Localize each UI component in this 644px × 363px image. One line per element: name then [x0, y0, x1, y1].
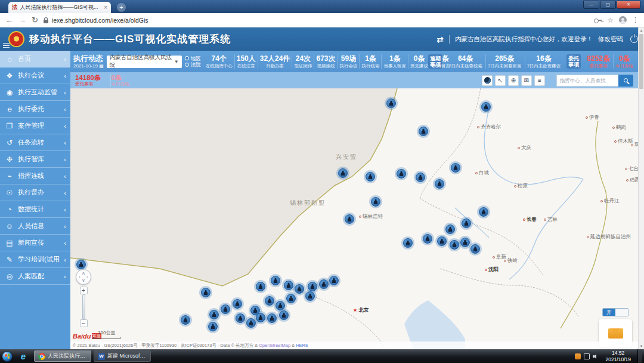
scope-radio-1[interactable]: 法院: [185, 62, 201, 67]
new-tab-button[interactable]: +: [117, 3, 126, 12]
court-marker[interactable]: [369, 195, 382, 208]
court-marker[interactable]: [364, 170, 377, 183]
zoom-slider[interactable]: [82, 294, 85, 319]
court-marker[interactable]: [421, 232, 434, 245]
taskbar-app-word[interactable]: W新建 Microsoft ...: [94, 350, 151, 362]
url-text[interactable]: iexe.shgbitcloud.com/iexe/a/oldGis: [52, 17, 148, 24]
key-icon[interactable]: [594, 18, 602, 23]
message-toggle[interactable]: 开: [602, 308, 628, 316]
tray-app-icon[interactable]: [575, 353, 581, 359]
search-input[interactable]: [556, 75, 618, 87]
court-marker[interactable]: [401, 236, 414, 250]
window-close-button[interactable]: ✕: [617, 1, 640, 9]
back-button[interactable]: ←: [5, 16, 13, 24]
court-marker[interactable]: [336, 167, 349, 180]
sidebar-item-12[interactable]: ✎学习培训(试用)‹: [0, 251, 70, 268]
pan-left-icon[interactable]: ‹: [79, 275, 80, 279]
window-restore-button[interactable]: ▢: [600, 1, 616, 9]
sidebar-item-13[interactable]: ◎人案匹配‹: [0, 268, 70, 285]
layers-button[interactable]: ≡: [534, 75, 545, 86]
court-marker[interactable]: [265, 312, 278, 325]
scope-radio-0[interactable]: 地区: [185, 56, 201, 61]
switch-system-icon[interactable]: ⇄: [436, 35, 444, 44]
map-pan-control[interactable]: ∧ ∨ ‹ ›: [76, 269, 91, 285]
calendar-icon[interactable]: ▦: [99, 63, 104, 69]
court-marker[interactable]: [219, 303, 232, 316]
court-marker[interactable]: [208, 308, 221, 321]
court-marker[interactable]: [179, 313, 192, 327]
court-marker[interactable]: [417, 125, 430, 138]
court-marker[interactable]: [304, 290, 317, 303]
internet-explorer-icon[interactable]: e: [15, 351, 32, 361]
pan-down-icon[interactable]: ∨: [82, 278, 85, 283]
sidebar-item-3[interactable]: ℮执行委托‹: [0, 101, 70, 118]
tray-network-icon[interactable]: [584, 353, 590, 359]
taskbar-app-chrome[interactable]: 人民法院执行指...: [34, 350, 91, 362]
court-marker[interactable]: [269, 274, 282, 287]
pan-right-icon[interactable]: ›: [86, 275, 88, 279]
browser-menu-icon[interactable]: ⋮: [632, 16, 639, 24]
hamburger-icon[interactable]: [3, 42, 10, 50]
court-marker[interactable]: [317, 278, 330, 291]
earth-button[interactable]: ⊕: [508, 75, 519, 86]
court-marker[interactable]: [231, 297, 244, 310]
date-picker[interactable]: 2021-10-19 ▦: [73, 63, 104, 69]
court-marker[interactable]: [385, 97, 398, 110]
tab-close-icon[interactable]: ×: [104, 4, 107, 11]
court-marker[interactable]: [199, 286, 212, 299]
reload-button[interactable]: ↻: [32, 16, 38, 24]
dark-globe-button[interactable]: [482, 75, 493, 86]
court-marker[interactable]: [435, 235, 448, 248]
court-marker[interactable]: [395, 167, 408, 180]
tray-volume-icon[interactable]: [593, 353, 599, 359]
sidebar-item-6[interactable]: ❉执行智库‹: [0, 151, 70, 168]
sidebar-item-0[interactable]: ⌂首页›: [0, 51, 70, 67]
here-link[interactable]: HERE: [296, 343, 308, 348]
court-marker[interactable]: [469, 242, 482, 256]
start-button[interactable]: [2, 351, 13, 362]
browser-tab[interactable]: 法 人民法院执行指挥——GIS可视... ×: [8, 2, 111, 13]
sidebar-item-7[interactable]: ⌁指挥连线‹: [0, 168, 70, 184]
sidebar-item-9[interactable]: ◔数据统计‹: [0, 201, 70, 218]
search-button[interactable]: [618, 75, 633, 87]
change-password-link[interactable]: 修改密码: [598, 35, 623, 44]
court-marker[interactable]: [343, 213, 356, 226]
court-marker[interactable]: [277, 309, 290, 322]
sidebar-item-1[interactable]: ❖执行会议‹: [0, 67, 70, 84]
pan-up-icon[interactable]: ∧: [82, 271, 85, 276]
page-scrollbar[interactable]: ▲ ▼: [638, 27, 644, 349]
court-marker[interactable]: [206, 320, 219, 333]
zoom-in-button[interactable]: +: [80, 287, 88, 294]
court-marker[interactable]: [449, 161, 462, 174]
sidebar-item-4[interactable]: ❐案件管理‹: [0, 118, 70, 134]
court-marker[interactable]: [433, 177, 446, 190]
court-marker[interactable]: [414, 171, 427, 184]
bookmark-star-icon[interactable]: ☆: [607, 16, 614, 24]
select-tool-button[interactable]: ↖: [495, 75, 506, 86]
court-marker[interactable]: [479, 100, 493, 113]
court-marker[interactable]: [460, 217, 473, 230]
court-select-dropdown[interactable]: 内蒙古自治区高级人民法院 ▼: [107, 56, 182, 68]
scroll-up-arrow[interactable]: ▲: [639, 27, 644, 33]
sidebar-item-11[interactable]: ▤新闻宣传‹: [0, 235, 70, 251]
sidebar-item-5[interactable]: ↺任务流转‹: [0, 134, 70, 151]
show-desktop-button[interactable]: [637, 349, 642, 363]
sidebar-item-2[interactable]: ◉执行互动监管‹: [0, 84, 70, 101]
browser-profile-avatar[interactable]: [619, 16, 627, 24]
scrollbar-thumb[interactable]: [639, 34, 643, 89]
map-canvas[interactable]: 兴安盟锡林郭勒盟 齐齐哈尔伊春鹤岗佳木斯双鸭山大庆七台河鸡西白城松原牡丹江长春吉…: [70, 88, 638, 349]
taskbar-clock[interactable]: 14:52 2021/10/19: [602, 350, 634, 362]
court-marker[interactable]: [477, 205, 490, 219]
court-marker[interactable]: [444, 223, 457, 236]
sidebar-item-8[interactable]: ☉执行督办‹: [0, 184, 70, 201]
court-marker[interactable]: [254, 280, 267, 293]
sidebar-item-10[interactable]: ☺人员信息‹: [0, 218, 70, 235]
forward-button[interactable]: →: [18, 16, 26, 24]
url-box[interactable]: iexe.shgbitcloud.com/iexe/a/oldGis: [44, 17, 589, 24]
scroll-down-arrow[interactable]: ▼: [639, 343, 644, 349]
message-tool-button[interactable]: ✉: [521, 75, 532, 86]
osm-link[interactable]: OpenStreetMap: [259, 343, 290, 348]
zoom-out-button[interactable]: −: [80, 319, 88, 327]
window-minimize-button[interactable]: —: [583, 1, 599, 9]
logout-power-icon[interactable]: [630, 35, 638, 43]
